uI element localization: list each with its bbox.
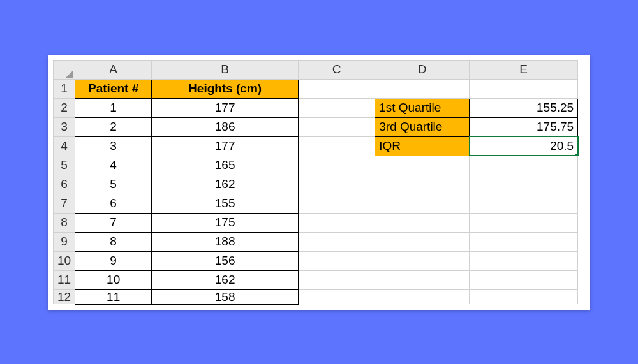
cell-B3[interactable]: 186 [152, 117, 299, 136]
row-8: 8 7 175 [54, 213, 578, 232]
cell-E2[interactable]: 155.25 [470, 98, 578, 117]
row-header-3[interactable]: 3 [54, 117, 75, 136]
col-header-A[interactable]: A [75, 60, 152, 79]
cell-D11[interactable] [375, 270, 470, 289]
cell-B1[interactable]: Heights (cm) [152, 79, 299, 98]
cell-D6[interactable] [375, 175, 470, 194]
row-3: 3 2 186 3rd Quartile 175.75 [54, 117, 578, 136]
cell-B5[interactable]: 165 [152, 156, 299, 175]
row-2: 2 1 177 1st Quartile 155.25 [54, 98, 578, 117]
cell-D2[interactable]: 1st Quartile [375, 98, 470, 117]
cell-E11[interactable] [470, 270, 578, 289]
cell-A8[interactable]: 7 [75, 213, 152, 232]
spreadsheet-grid[interactable]: A B C D E 1 Patient # Heights (cm) 2 1 1… [53, 60, 578, 305]
cell-E3[interactable]: 175.75 [470, 117, 578, 136]
cell-D12[interactable] [375, 289, 470, 304]
cell-B12[interactable]: 158 [152, 289, 299, 304]
cell-B9[interactable]: 188 [152, 232, 299, 251]
svg-marker-0 [66, 70, 73, 78]
cell-C2[interactable] [299, 98, 375, 117]
spreadsheet-window: A B C D E 1 Patient # Heights (cm) 2 1 1… [48, 55, 590, 310]
cell-C6[interactable] [299, 175, 375, 194]
row-9: 9 8 188 [54, 232, 578, 251]
column-header-row: A B C D E [54, 60, 578, 79]
row-header-1[interactable]: 1 [54, 79, 75, 98]
cell-E12[interactable] [470, 289, 578, 304]
cell-D4[interactable]: IQR [375, 136, 470, 156]
cell-A7[interactable]: 6 [75, 194, 152, 213]
col-header-B[interactable]: B [152, 60, 299, 79]
cell-A11[interactable]: 10 [75, 270, 152, 289]
cell-D9[interactable] [375, 232, 470, 251]
cell-C4[interactable] [299, 136, 375, 156]
cell-B11[interactable]: 162 [152, 270, 299, 289]
cell-E4[interactable]: 20.5 [470, 136, 578, 156]
col-header-D[interactable]: D [375, 60, 470, 79]
cell-E6[interactable] [470, 175, 578, 194]
cell-D3[interactable]: 3rd Quartile [375, 117, 470, 136]
row-header-6[interactable]: 6 [54, 175, 75, 194]
row-1: 1 Patient # Heights (cm) [54, 79, 578, 98]
cell-B10[interactable]: 156 [152, 251, 299, 270]
cell-B7[interactable]: 155 [152, 194, 299, 213]
cell-E10[interactable] [470, 251, 578, 270]
cell-E9[interactable] [470, 232, 578, 251]
select-all-icon [66, 70, 73, 78]
cell-B6[interactable]: 162 [152, 175, 299, 194]
row-12: 12 11 158 [54, 289, 578, 304]
cell-D1[interactable] [375, 79, 470, 98]
col-header-E[interactable]: E [470, 60, 578, 79]
cell-A10[interactable]: 9 [75, 251, 152, 270]
select-all-corner[interactable] [54, 60, 75, 79]
cell-C1[interactable] [299, 79, 375, 98]
row-10: 10 9 156 [54, 251, 578, 270]
cell-E5[interactable] [470, 156, 578, 175]
row-header-5[interactable]: 5 [54, 156, 75, 175]
cell-C3[interactable] [299, 117, 375, 136]
cell-B8[interactable]: 175 [152, 213, 299, 232]
cell-C11[interactable] [299, 270, 375, 289]
row-5: 5 4 165 [54, 156, 578, 175]
row-4: 4 3 177 IQR 20.5 [54, 136, 578, 156]
row-header-4[interactable]: 4 [54, 136, 75, 156]
cell-E8[interactable] [470, 213, 578, 232]
row-header-12[interactable]: 12 [54, 289, 75, 304]
cell-A4[interactable]: 3 [75, 136, 152, 156]
cell-D10[interactable] [375, 251, 470, 270]
row-6: 6 5 162 [54, 175, 578, 194]
cell-E1[interactable] [470, 79, 578, 98]
row-11: 11 10 162 [54, 270, 578, 289]
cell-A5[interactable]: 4 [75, 156, 152, 175]
cell-A3[interactable]: 2 [75, 117, 152, 136]
row-header-10[interactable]: 10 [54, 251, 75, 270]
cell-C7[interactable] [299, 194, 375, 213]
row-header-2[interactable]: 2 [54, 98, 75, 117]
row-header-8[interactable]: 8 [54, 213, 75, 232]
cell-A1[interactable]: Patient # [75, 79, 152, 98]
cell-C8[interactable] [299, 213, 375, 232]
cell-E7[interactable] [470, 194, 578, 213]
row-header-11[interactable]: 11 [54, 270, 75, 289]
cell-A6[interactable]: 5 [75, 175, 152, 194]
cell-B4[interactable]: 177 [152, 136, 299, 156]
row-header-9[interactable]: 9 [54, 232, 75, 251]
cell-C5[interactable] [299, 156, 375, 175]
col-header-C[interactable]: C [299, 60, 375, 79]
cell-C9[interactable] [299, 232, 375, 251]
cell-D7[interactable] [375, 194, 470, 213]
cell-C12[interactable] [299, 289, 375, 304]
cell-D8[interactable] [375, 213, 470, 232]
cell-B2[interactable]: 177 [152, 98, 299, 117]
cell-C10[interactable] [299, 251, 375, 270]
cell-A9[interactable]: 8 [75, 232, 152, 251]
cell-A2[interactable]: 1 [75, 98, 152, 117]
row-header-7[interactable]: 7 [54, 194, 75, 213]
cell-D5[interactable] [375, 156, 470, 175]
cell-A12[interactable]: 11 [75, 289, 152, 304]
row-7: 7 6 155 [54, 194, 578, 213]
